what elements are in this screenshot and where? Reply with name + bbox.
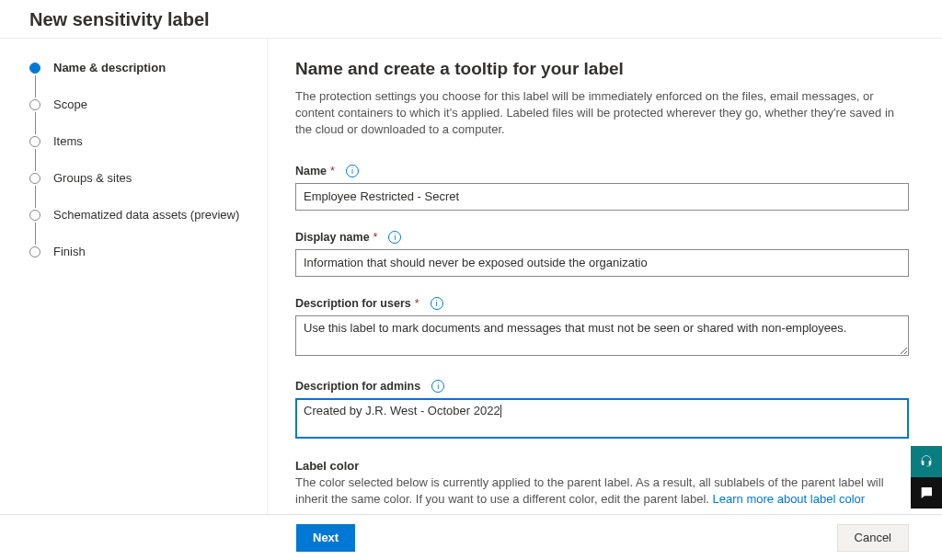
chat-icon bbox=[919, 486, 934, 500]
label-text: Name bbox=[295, 165, 327, 177]
section-description: The color selected below is currently ap… bbox=[295, 474, 909, 508]
required-indicator: * bbox=[415, 297, 419, 310]
step-label: Items bbox=[53, 134, 83, 148]
headset-icon bbox=[919, 454, 934, 469]
required-indicator: * bbox=[373, 231, 378, 244]
main-content: Name and create a tooltip for your label… bbox=[267, 39, 942, 516]
step-label: Name & description bbox=[53, 61, 166, 74]
help-button[interactable] bbox=[911, 446, 942, 477]
required-indicator: * bbox=[330, 165, 335, 177]
step-list: Name & description Scope Items Groups & … bbox=[29, 61, 252, 281]
text-caret bbox=[500, 405, 501, 417]
description-admins-input[interactable]: Created by J.R. West - October 2022 bbox=[295, 398, 909, 439]
panel-header: New sensitivity label bbox=[0, 0, 942, 39]
step-groups-sites[interactable]: Groups & sites bbox=[29, 171, 252, 208]
next-button[interactable]: Next bbox=[296, 524, 355, 552]
info-icon[interactable]: i bbox=[346, 165, 359, 177]
label-text: Description for users bbox=[295, 297, 411, 310]
wizard-sidebar: Name & description Scope Items Groups & … bbox=[0, 39, 267, 516]
step-label: Schematized data assets (preview) bbox=[53, 208, 239, 222]
step-bullet-icon bbox=[29, 210, 40, 221]
input-value: Created by J.R. West - October 2022 bbox=[304, 404, 500, 417]
label-text: Description for admins bbox=[295, 380, 420, 393]
field-label: Name * i bbox=[295, 165, 909, 177]
field-label: Description for admins i bbox=[295, 380, 909, 393]
field-name: Name * i bbox=[295, 165, 909, 211]
field-description-admins: Description for admins i Created by J.R.… bbox=[295, 380, 909, 439]
label-text: Display name bbox=[295, 231, 370, 244]
panel-body: Name & description Scope Items Groups & … bbox=[0, 39, 942, 516]
page-heading: Name and create a tooltip for your label bbox=[295, 59, 909, 79]
step-schematized-data-assets[interactable]: Schematized data assets (preview) bbox=[29, 208, 252, 245]
info-icon[interactable]: i bbox=[431, 297, 443, 310]
step-label: Finish bbox=[53, 245, 86, 258]
info-icon[interactable]: i bbox=[431, 380, 444, 393]
step-label: Groups & sites bbox=[53, 171, 132, 185]
field-description-users: Description for users * i Use this label… bbox=[295, 297, 909, 360]
step-name-description[interactable]: Name & description bbox=[29, 61, 252, 97]
cancel-button[interactable]: Cancel bbox=[837, 524, 909, 552]
step-finish[interactable]: Finish bbox=[29, 245, 252, 281]
panel-title: New sensitivity label bbox=[29, 9, 942, 30]
step-scope[interactable]: Scope bbox=[29, 97, 252, 134]
step-items[interactable]: Items bbox=[29, 134, 252, 171]
floating-actions bbox=[911, 446, 942, 509]
page-intro: The protection settings you choose for t… bbox=[295, 88, 909, 139]
info-icon[interactable]: i bbox=[388, 231, 401, 244]
name-input[interactable] bbox=[295, 183, 909, 211]
step-bullet-icon bbox=[29, 246, 40, 257]
step-bullet-icon bbox=[29, 173, 40, 184]
learn-more-link[interactable]: Learn more about label color bbox=[713, 492, 866, 506]
step-bullet-icon bbox=[29, 99, 40, 110]
display-name-input[interactable] bbox=[295, 249, 909, 277]
field-label: Description for users * i bbox=[295, 297, 909, 310]
step-label: Scope bbox=[53, 97, 87, 111]
step-bullet-icon bbox=[29, 63, 40, 74]
label-color-section: Label color The color selected below is … bbox=[295, 459, 909, 516]
description-users-input[interactable]: Use this label to mark documents and mes… bbox=[295, 315, 909, 356]
panel-footer: Next Cancel bbox=[0, 514, 942, 560]
section-title: Label color bbox=[295, 459, 909, 473]
field-display-name: Display name * i bbox=[295, 231, 909, 277]
step-bullet-icon bbox=[29, 136, 40, 147]
field-label: Display name * i bbox=[295, 231, 909, 244]
feedback-button[interactable] bbox=[911, 477, 942, 509]
